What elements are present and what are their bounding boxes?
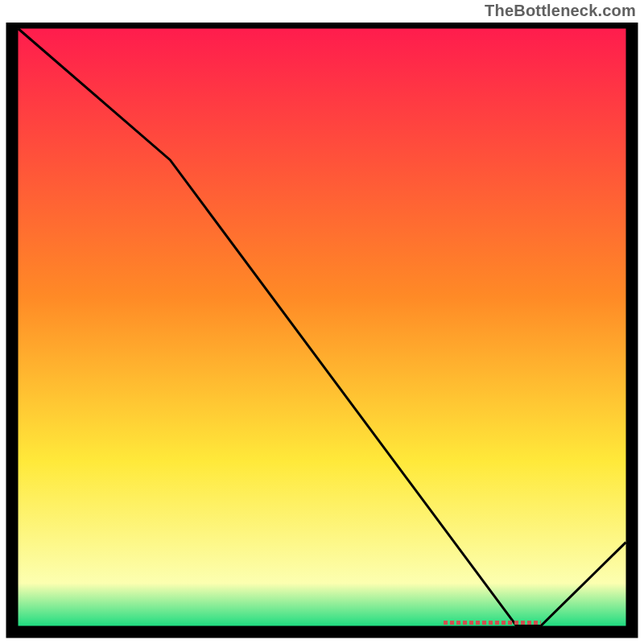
- plot-background: [12, 23, 632, 632]
- chart-container: TheBottleneck.com: [0, 0, 644, 644]
- attribution-text: TheBottleneck.com: [485, 2, 636, 20]
- bottleneck-chart: [0, 23, 644, 644]
